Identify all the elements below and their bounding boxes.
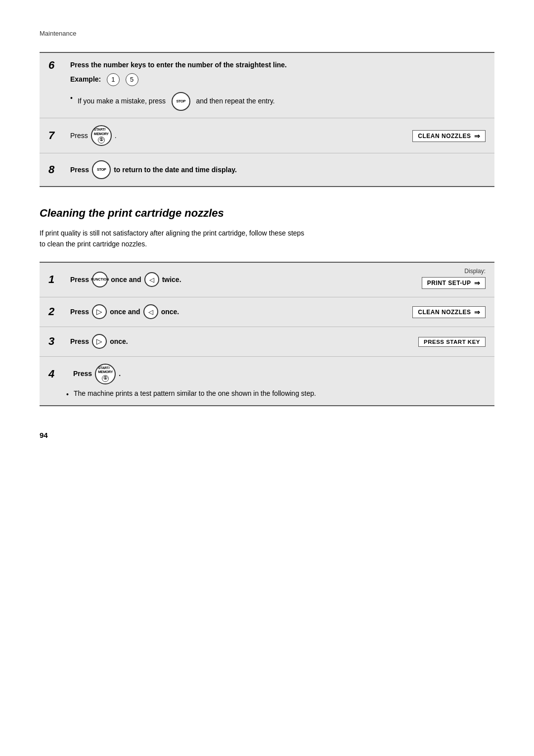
key-1: 1: [107, 73, 120, 86]
step-8-content: Press STOP to return to the date and tim…: [70, 160, 486, 179]
step-7-number: 7: [48, 130, 66, 141]
step-6-number: 6: [48, 60, 66, 71]
step-2-display: CLEAN NOZZLES ⇒: [412, 305, 486, 318]
stop-button-icon: STOP: [172, 92, 190, 111]
top-instruction-box: 6 Press the number keys to enter the num…: [40, 52, 494, 187]
step-1-row: 1 Press FUNCTION once and ◁ twice. Displ…: [40, 263, 494, 297]
step-3-number: 3: [48, 336, 66, 347]
step-3-display: PRESS START KEY: [418, 336, 486, 347]
step-1-number: 1: [48, 274, 66, 285]
section-title: Cleaning the print cartridge nozzles: [40, 207, 494, 220]
step-4-number: 4: [48, 369, 66, 379]
step-4-content: Press START/MEMORY ① .: [73, 364, 121, 384]
display-arrow-icon-2: ⇒: [474, 308, 481, 316]
step-6-row: 6 Press the number keys to enter the num…: [40, 53, 494, 118]
step-6-bullet: • If you make a mistake, press STOP and …: [70, 92, 287, 111]
step-7-row: 7 Press START/MEMORY ① . CLEAN NOZZLES ⇒: [40, 118, 494, 153]
start-memory-button-icon: START/MEMORY ①: [91, 125, 112, 146]
example-label: Example:: [70, 75, 101, 83]
nav-arrow-icon-1: ◁: [144, 272, 159, 287]
start-memory-button-icon-2: START/MEMORY ①: [95, 364, 116, 384]
step-8-number: 8: [48, 164, 66, 175]
step-6-content: Press the number keys to enter the numbe…: [70, 60, 287, 111]
step-4-row: 4 Press START/MEMORY ① . • The machine p…: [40, 357, 494, 405]
step-8-row: 8 Press STOP to return to the date and t…: [40, 153, 494, 186]
arrow-right-button-icon-2: ▷: [92, 334, 107, 349]
bottom-instruction-box: 1 Press FUNCTION once and ◁ twice. Displ…: [40, 262, 494, 406]
section-label: Maintenance: [40, 30, 494, 37]
step-4-bullet: • The machine prints a test pattern simi…: [66, 389, 316, 398]
display-arrow-icon: ⇒: [474, 132, 481, 140]
step-2-row: 2 Press ▷ once and ◁ once. CLEAN NOZZLES…: [40, 297, 494, 327]
arrow-right-button-icon: ▷: [92, 304, 107, 319]
key-5: 5: [126, 73, 138, 86]
step-7-display: CLEAN NOZZLES ⇒: [412, 129, 486, 142]
nav-arrow-icon-2: ◁: [143, 304, 158, 319]
stop-button-icon-2: STOP: [92, 160, 111, 179]
display-arrow-icon-1: ⇒: [474, 279, 481, 287]
step-1-display: Display: PRINT SET-UP ⇒: [422, 268, 486, 289]
page-number: 94: [40, 431, 494, 439]
section-description: If print quality is still not satisfacto…: [40, 228, 307, 250]
step-2-number: 2: [48, 306, 66, 317]
function-button-icon: FUNCTION: [92, 272, 108, 287]
step-3-row: 3 Press ▷ once. PRESS START KEY: [40, 327, 494, 357]
